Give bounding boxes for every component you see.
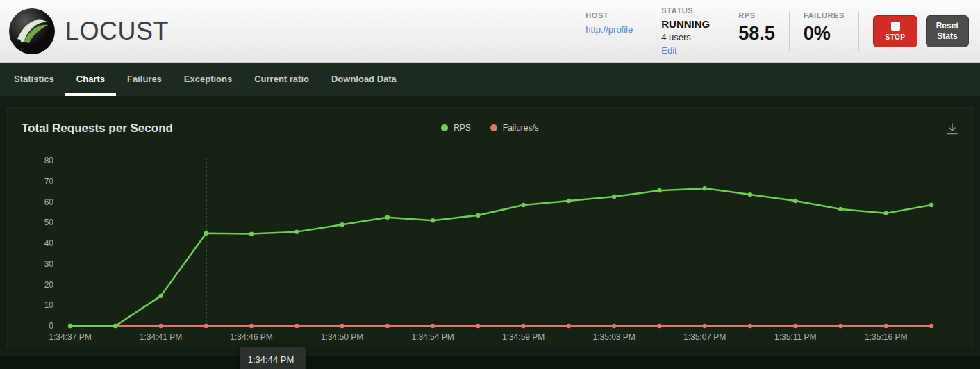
chart-header: Total Requests per Second RPS Failures/s: [8, 108, 972, 141]
tooltip-rps: RPS: 44.8: [248, 366, 297, 369]
rps-value: 58.5: [738, 23, 775, 44]
svg-text:80: 80: [44, 156, 54, 165]
user-count: 4 users: [661, 32, 710, 42]
reset-stats-button[interactable]: Reset Stats: [926, 15, 969, 47]
svg-text:50: 50: [44, 218, 54, 227]
svg-text:1:34:41 PM: 1:34:41 PM: [140, 332, 182, 342]
failures-value: 0%: [804, 23, 845, 44]
stop-button-label: STOP: [885, 33, 905, 41]
legend-item-failures[interactable]: Failures/s: [490, 123, 539, 133]
rps-label: RPS: [738, 11, 775, 19]
download-chart-icon[interactable]: [946, 123, 958, 135]
status-block: STATUS RUNNING 4 users Edit: [647, 6, 724, 56]
locust-logo-icon: [8, 8, 56, 55]
app-title: LOCUST: [65, 17, 169, 46]
svg-text:40: 40: [44, 238, 54, 248]
rps-legend-dot-icon: [441, 124, 448, 131]
svg-text:10: 10: [44, 300, 54, 310]
status-value: RUNNING: [661, 18, 710, 30]
svg-text:1:34:37 PM: 1:34:37 PM: [49, 332, 91, 342]
svg-text:30: 30: [44, 259, 54, 269]
main-content: Total Requests per Second RPS Failures/s…: [0, 96, 980, 356]
rps-chart-card: Total Requests per Second RPS Failures/s…: [7, 107, 973, 347]
host-link[interactable]: http://profile: [585, 24, 633, 35]
svg-text:0: 0: [49, 321, 53, 331]
tab-download-data[interactable]: Download Data: [320, 63, 408, 96]
status-label: STATUS: [661, 6, 710, 15]
host-block: HOST http://profile: [572, 11, 647, 51]
host-label: HOST: [585, 11, 633, 19]
svg-text:20: 20: [44, 280, 54, 290]
chart-tooltip: 1:34:44 PM RPS: 44.8 Failures/s: 0 Users…: [240, 347, 306, 369]
header-info: HOST http://profile STATUS RUNNING 4 use…: [572, 6, 980, 56]
svg-text:1:35:16 PM: 1:35:16 PM: [865, 332, 907, 342]
rps-line-chart[interactable]: 010203040506070801:34:37 PM1:34:41 PM1:3…: [8, 141, 972, 347]
tooltip-time: 1:34:44 PM: [248, 353, 297, 366]
svg-text:1:35:03 PM: 1:35:03 PM: [592, 332, 635, 342]
svg-text:70: 70: [44, 177, 54, 186]
tab-charts[interactable]: Charts: [65, 63, 116, 96]
failures-label: FAILURES: [804, 11, 845, 19]
edit-users-link[interactable]: Edit: [661, 45, 676, 56]
svg-text:1:35:11 PM: 1:35:11 PM: [774, 332, 816, 342]
failures-block: FAILURES 0%: [789, 11, 858, 51]
rps-legend-label: RPS: [454, 123, 471, 133]
tab-current-ratio[interactable]: Current ratio: [243, 63, 320, 96]
failures-legend-label: Failures/s: [503, 123, 539, 133]
failures-legend-dot-icon: [490, 124, 497, 131]
svg-text:1:34:50 PM: 1:34:50 PM: [321, 332, 363, 342]
top-header: LOCUST HOST http://profile STATUS RUNNIN…: [0, 0, 980, 63]
legend-item-rps[interactable]: RPS: [441, 123, 471, 133]
brand[interactable]: LOCUST: [0, 8, 572, 55]
stop-square-icon: [891, 22, 900, 31]
svg-text:60: 60: [44, 197, 54, 207]
svg-text:1:34:59 PM: 1:34:59 PM: [502, 332, 545, 342]
stop-button[interactable]: STOP: [873, 15, 917, 47]
chart-title: Total Requests per Second: [22, 122, 173, 136]
svg-text:1:34:46 PM: 1:34:46 PM: [230, 332, 272, 342]
main-nav: StatisticsChartsFailuresExceptionsCurren…: [0, 63, 980, 96]
rps-block: RPS 58.5: [724, 11, 789, 51]
tab-failures[interactable]: Failures: [116, 63, 173, 96]
header-buttons: STOP Reset Stats: [858, 11, 980, 51]
svg-text:1:34:54 PM: 1:34:54 PM: [411, 332, 454, 342]
tab-statistics[interactable]: Statistics: [3, 63, 65, 96]
tab-exceptions[interactable]: Exceptions: [173, 63, 243, 96]
svg-text:1:35:07 PM: 1:35:07 PM: [683, 332, 726, 342]
